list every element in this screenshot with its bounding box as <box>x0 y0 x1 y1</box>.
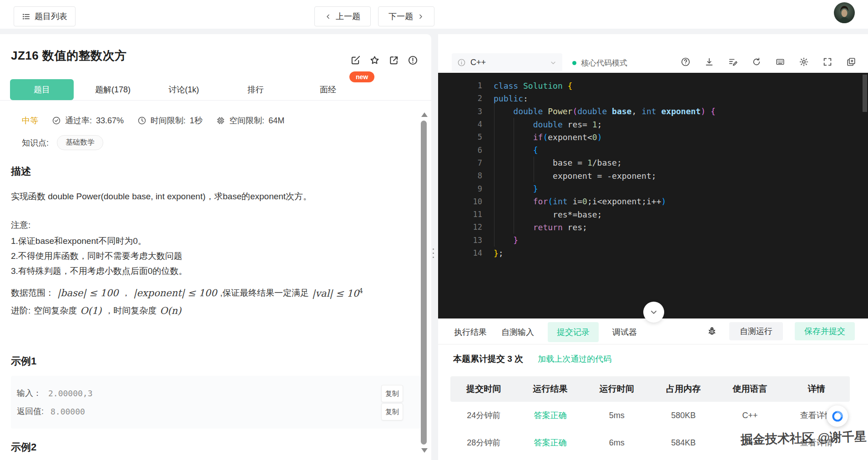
line-number: 12 <box>438 222 482 232</box>
table-cell: 24分钟前 <box>450 410 517 421</box>
editor-scrollbar-thumb[interactable] <box>863 75 867 112</box>
problem-list-label: 题目列表 <box>35 11 67 22</box>
space-limit-label: 空间限制: <box>229 115 264 126</box>
code-line[interactable]: 8 exponent = -exponent; <box>438 169 868 182</box>
juejin-float-button[interactable] <box>827 405 848 427</box>
console-divider <box>438 344 868 344</box>
line-number: 10 <box>438 197 482 206</box>
knowledge-tag[interactable]: 基础数学 <box>57 135 103 150</box>
code-editor[interactable]: 1class Solution {2public:3 double Power(… <box>438 73 868 318</box>
advanced-line: 进阶: 空间复杂度 O(1) ，时间复杂度 O(n) <box>11 305 181 317</box>
line-number: 11 <box>438 210 482 219</box>
table-header-cell: 占用内存 <box>650 383 717 395</box>
code-line[interactable]: 12 return res; <box>438 221 868 233</box>
help-icon[interactable] <box>681 57 691 67</box>
difficulty-badge: 中等 <box>22 115 38 126</box>
line-number: 13 <box>438 236 482 245</box>
next-problem-button[interactable]: 下一题 <box>378 6 434 26</box>
console-tab-1[interactable]: 执行结果 <box>453 322 488 342</box>
submission-count-text: 本题累计提交 3 次 <box>453 353 523 365</box>
code-line[interactable]: 13 } <box>438 234 868 247</box>
info-icon[interactable] <box>408 55 418 66</box>
line-number: 8 <box>438 171 482 180</box>
code-line[interactable]: 2public: <box>438 92 868 105</box>
self-test-run-button[interactable]: 自测运行 <box>729 322 783 340</box>
panel-resize-handle[interactable] <box>433 248 434 258</box>
table-header-cell: 运行结果 <box>517 383 583 395</box>
fullscreen-icon[interactable] <box>823 57 833 67</box>
submission-table-body: 24分钟前答案正确5ms580KBC++查看详情28分钟前答案正确6ms584K… <box>450 402 850 456</box>
table-row: 24分钟前答案正确5ms580KBC++查看详情 <box>450 402 850 429</box>
code-line[interactable]: 7 base = 1/base; <box>438 157 868 169</box>
code-line[interactable]: 11 res*=base; <box>438 208 868 221</box>
topbar: 题目列表 上一题 下一题 <box>0 0 868 29</box>
time-limit-value: 1秒 <box>190 115 202 126</box>
left-scrollbar-down[interactable] <box>421 448 428 453</box>
language-select[interactable]: C++ <box>452 53 562 72</box>
chevron-down-icon <box>550 59 557 66</box>
problem-tab-3[interactable]: 讨论(1k) <box>152 79 216 100</box>
problem-panel: JZ16 数值的整数次方 new 题目题解(178)讨论(1k)排行面经 中等 … <box>0 34 431 460</box>
console-tab-2[interactable]: 自测输入 <box>500 322 535 342</box>
problem-list-button[interactable]: 题目列表 <box>14 6 76 26</box>
copy-input-button[interactable]: 复制 <box>381 385 403 402</box>
time-limit: 时间限制: 1秒 <box>137 115 202 126</box>
line-number: 9 <box>438 184 482 193</box>
code-text: class Solution { <box>494 81 572 91</box>
left-scrollbar-thumb[interactable] <box>421 121 427 445</box>
range-math-base: |base| ≤ 100 <box>57 288 118 298</box>
code-lines: 1class Solution {2public:3 double Power(… <box>438 79 868 259</box>
code-text: { <box>494 145 538 155</box>
edit-icon[interactable] <box>350 55 361 66</box>
editor-panel: C++ 核心代码模式 <box>438 34 868 460</box>
layout-switch-icon[interactable] <box>846 57 856 67</box>
language-value: C++ <box>470 58 486 67</box>
code-line[interactable]: 10 for(int i=0;i<exponent;i++) <box>438 195 868 208</box>
example1-box: 输入： 2.00000,3 返回值: 8.00000 复制 复制 <box>11 376 421 429</box>
line-number: 5 <box>438 132 482 142</box>
copy-output-button[interactable]: 复制 <box>381 403 403 420</box>
code-line[interactable]: 3 double Power(double base, int exponent… <box>438 105 868 118</box>
left-scrollbar-up[interactable] <box>421 112 428 117</box>
collapse-console-button[interactable] <box>643 302 664 323</box>
keyboard-icon[interactable] <box>775 57 785 67</box>
problem-tab-1[interactable]: 题目 <box>10 79 74 100</box>
code-text: for(int i=0;i<exponent;i++) <box>494 197 666 206</box>
bug-icon[interactable] <box>707 326 717 337</box>
problem-tab-4[interactable]: 排行 <box>224 79 288 100</box>
download-icon[interactable] <box>704 57 714 67</box>
refresh-icon[interactable] <box>752 57 762 67</box>
tab-divider <box>0 100 431 101</box>
reset-code-icon[interactable] <box>728 57 738 67</box>
settings-icon[interactable] <box>799 57 809 67</box>
code-line[interactable]: 4 double res= 1; <box>438 118 868 131</box>
code-text: base = 1/base; <box>494 158 622 167</box>
load-last-passed-link[interactable]: 加载上次通过的代码 <box>538 354 611 364</box>
problem-tab-2[interactable]: 题解(178) <box>81 79 145 100</box>
prev-problem-button[interactable]: 上一题 <box>314 6 371 26</box>
juejin-logo-icon <box>831 409 844 423</box>
example1-heading: 示例1 <box>11 354 36 368</box>
avatar[interactable] <box>834 2 855 23</box>
range-math-val: |val| ≤ 104 <box>312 287 363 299</box>
save-submit-button[interactable]: 保存并提交 <box>795 322 855 340</box>
line-number: 14 <box>438 248 482 258</box>
share-external-link-icon[interactable] <box>389 55 399 66</box>
problem-title: JZ16 数值的整数次方 <box>11 48 127 64</box>
console-tab-4[interactable]: 调试器 <box>611 322 638 342</box>
star-icon[interactable] <box>369 55 380 66</box>
submission-table-header: 提交时间运行结果运行时间占用内存使用语言详情 <box>450 376 850 402</box>
code-line[interactable]: 9 } <box>438 182 868 195</box>
code-line[interactable]: 1class Solution { <box>438 79 868 92</box>
code-line[interactable]: 14}; <box>438 247 868 259</box>
code-line[interactable]: 5 if(exponent<0) <box>438 131 868 143</box>
problem-tab-5[interactable]: 面经 <box>296 79 360 100</box>
check-circle-icon <box>52 116 61 125</box>
pass-rate-value: 33.67% <box>96 116 124 126</box>
console-actions: 自测运行 保存并提交 <box>707 322 855 340</box>
note-line: 1.保证base和exponent不同时为0。 <box>11 233 187 248</box>
code-line[interactable]: 6 { <box>438 143 868 156</box>
example1-output-row: 返回值: 8.00000 <box>17 406 85 417</box>
code-text: }; <box>494 248 504 258</box>
console-tab-3[interactable]: 提交记录 <box>548 322 599 342</box>
